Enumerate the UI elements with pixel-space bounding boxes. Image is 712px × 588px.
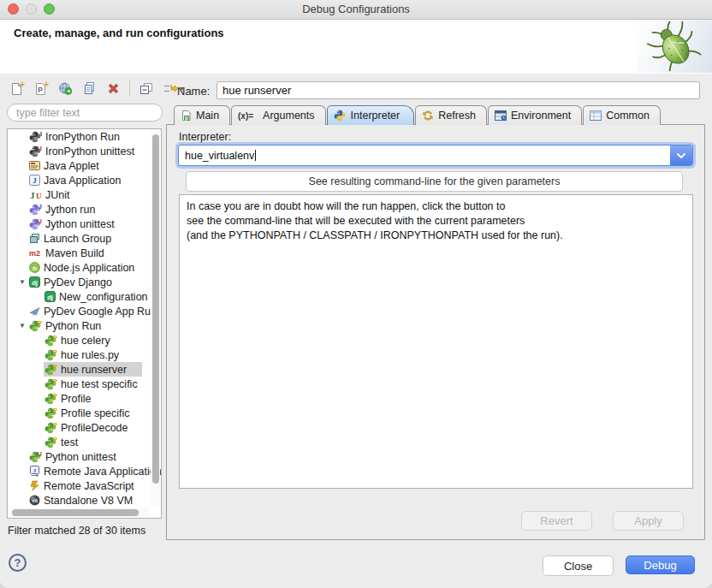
tree-item-label: ProfileDecode: [61, 422, 128, 434]
export-configurations-button[interactable]: [55, 79, 75, 98]
interpreter-label: Interpreter:: [179, 131, 231, 143]
svg-text:P: P: [53, 393, 57, 400]
tree-item-hue-runserver[interactable]: Phue runserver: [8, 362, 161, 377]
tree-item-ironpython-unittest[interactable]: UIronPython unittest: [8, 144, 161, 158]
apply-button[interactable]: Apply: [613, 511, 684, 531]
tree-item-python-unittest[interactable]: UPython unittest: [8, 449, 161, 464]
maven-icon: m2: [29, 247, 42, 258]
debug-button[interactable]: Debug: [626, 555, 695, 574]
tree-item-hue-rules-py[interactable]: Phue rules.py: [8, 347, 161, 362]
tab-label: Main: [196, 110, 219, 122]
tree-item-remote-java-application[interactable]: JRemote Java Application: [8, 464, 161, 478]
tree-item-junit[interactable]: JUJUnit: [8, 187, 161, 202]
tree-item-label: Remote Java Application: [44, 466, 162, 478]
tree-item-label: hue rules.py: [61, 349, 119, 361]
tree-item-ironpython-run[interactable]: IIronPython Run: [8, 129, 161, 144]
tree-item-pydev-django[interactable]: ▼djPyDev Django: [8, 275, 161, 289]
svg-text:P: P: [53, 422, 57, 429]
new-configuration-button[interactable]: +: [7, 79, 27, 98]
filter-status: Filter matched 28 of 30 items: [8, 525, 145, 537]
tree-item-java-application[interactable]: JJava Application: [8, 173, 161, 187]
tab-environment-icon: [495, 110, 507, 121]
tree-item-java-applet[interactable]: Java Applet: [8, 158, 161, 173]
tree-item-label: PyDev Google App Run: [44, 306, 157, 318]
tree-item-python-run[interactable]: ▼ PPython Run: [8, 318, 161, 333]
tab-common[interactable]: Common: [583, 105, 661, 125]
tab-refresh[interactable]: Refresh: [415, 105, 487, 125]
tree-expander-icon[interactable]: ▼: [16, 278, 28, 286]
tree-item-remote-javascript[interactable]: Remote JavaScript: [8, 478, 161, 493]
tree-item-hue-test-specific[interactable]: Phue test specific: [8, 377, 161, 391]
tab-label: Interpreter: [351, 110, 400, 122]
tree-item-maven-build[interactable]: m2Maven Build: [8, 246, 161, 260]
revert-button[interactable]: Revert: [521, 511, 592, 531]
combo-dropdown-button[interactable]: [670, 146, 692, 165]
tree-item-standalone-v8-vm[interactable]: v8Standalone V8 VM: [8, 493, 161, 508]
java-application-icon: J: [29, 175, 40, 186]
tab-arguments[interactable]: (x)=Arguments: [231, 105, 325, 125]
svg-text:+: +: [20, 81, 25, 89]
svg-text:J: J: [30, 190, 35, 200]
svg-text:m2: m2: [29, 249, 40, 258]
delete-button[interactable]: [103, 79, 123, 98]
tab-common-icon: [590, 110, 602, 121]
duplicate-icon: [82, 81, 97, 96]
tree-item-new-configuration[interactable]: djNew_configuration: [8, 289, 161, 304]
tab-label: Common: [606, 110, 650, 122]
tree-item-label: PyDev Django: [44, 276, 112, 288]
tree-item-label: New_configuration: [59, 291, 148, 303]
tree-item-profile[interactable]: PProfile: [8, 391, 161, 406]
svg-text:I: I: [40, 131, 42, 138]
remote-javascript-icon: [29, 480, 40, 491]
interpreter-combobox[interactable]: hue_virtualenv: [178, 145, 693, 166]
tree-item-pydev-google-app-run[interactable]: PyDev Google App Run: [8, 304, 161, 318]
collapse-all-button[interactable]: [136, 79, 157, 98]
tab-main[interactable]: pMain: [174, 105, 230, 125]
new-prototype-button[interactable]: P+: [31, 79, 51, 98]
tab-environment[interactable]: Environment: [488, 105, 582, 125]
svg-text:J: J: [33, 467, 37, 474]
tree-expander-icon[interactable]: ▼: [16, 322, 28, 330]
java-applet-icon: [29, 160, 40, 171]
svg-text:J: J: [39, 204, 42, 211]
svg-text:n: n: [33, 264, 37, 272]
filter-input[interactable]: [7, 104, 163, 122]
svg-text:P: P: [53, 364, 57, 371]
config-tabs: pMain(x)=Arguments InterpreterRefreshEnv…: [174, 105, 661, 125]
python-run-icon: P: [44, 335, 57, 347]
name-input[interactable]: [217, 81, 700, 99]
tree-item-label: hue celery: [61, 335, 110, 347]
tree-item-test[interactable]: Ptest: [8, 435, 161, 449]
tree-item-jython-unittest[interactable]: UJython unittest: [8, 217, 161, 231]
tree-item-jython-run[interactable]: JJython run: [8, 202, 161, 217]
python-run-icon: P: [44, 378, 57, 390]
tab-interpreter[interactable]: Interpreter: [327, 105, 415, 125]
launch-toolbar: +P+▾: [7, 78, 187, 98]
dialog-body: +P+▾ IIronPython Run UIronPython unittes…: [0, 74, 712, 588]
tree-item-node-js-application[interactable]: nNode.js Application: [8, 260, 161, 275]
pydev-django-icon: dj: [29, 276, 40, 288]
title-bar: Debug Configurations: [0, 0, 712, 20]
tree-horizontal-scrollbar[interactable]: [9, 508, 150, 517]
new-config-icon: +: [10, 81, 25, 96]
tab-arguments-icon: (x)=: [238, 110, 258, 121]
export-config-icon: [58, 81, 73, 96]
tree-item-profiledecode[interactable]: PProfileDecode: [8, 420, 161, 435]
tree-item-label: Java Application: [44, 175, 121, 187]
tree-item-profile-specific[interactable]: PProfile specific: [8, 406, 161, 420]
tree-item-label: Profile specific: [61, 407, 130, 419]
help-button[interactable]: ?: [9, 554, 27, 572]
duplicate-button[interactable]: [79, 79, 99, 98]
see-command-line-button[interactable]: See resulting command-line for the given…: [186, 171, 683, 192]
close-button[interactable]: Close: [543, 555, 614, 576]
tree-item-hue-celery[interactable]: Phue celery: [8, 333, 161, 347]
tree-item-label: Maven Build: [45, 247, 104, 259]
tree-item-label: Jython unittest: [45, 218, 115, 230]
toolbar-separator: [129, 80, 130, 96]
tree-item-label: Python Run: [45, 320, 101, 332]
debug-configurations-dialog: Debug Configurations Create, manage, and…: [0, 0, 712, 588]
tree-item-label: hue test specific: [61, 378, 138, 390]
tree-item-launch-group[interactable]: Launch Group: [8, 231, 161, 246]
collapse-all-icon: [139, 81, 153, 95]
tree-vertical-scrollbar[interactable]: [151, 131, 160, 506]
